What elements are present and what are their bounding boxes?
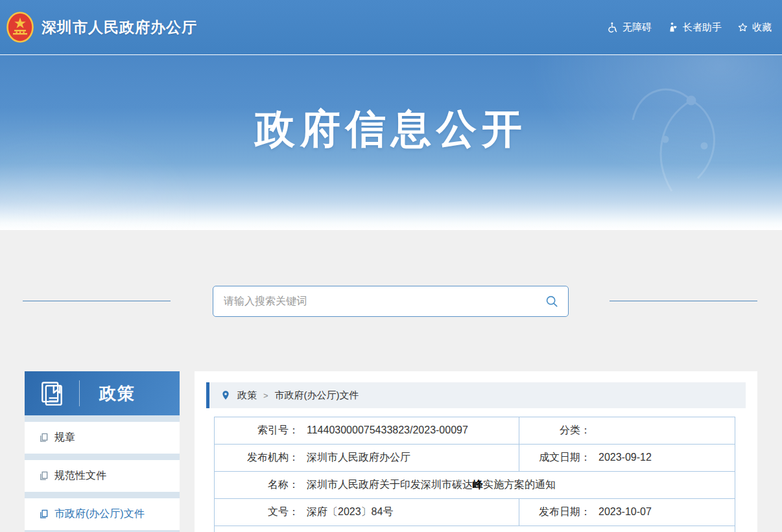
main-panel: 政策 > 市政府(办公厅)文件 索引号：114403000075433823/2… xyxy=(195,371,757,532)
favorite-link[interactable]: 收藏 xyxy=(737,21,772,34)
document-name-prefix: 深圳市人民政府关于印发深圳市碳达 xyxy=(307,479,473,490)
pages-icon xyxy=(39,471,49,481)
banner: 政府信息公开 xyxy=(0,54,782,230)
sidebar-title: 政策 xyxy=(99,382,136,405)
table-row: 名称：深圳市人民政府关于印发深圳市碳达峰实施方案的通知 xyxy=(215,472,735,499)
sidebar-item-regulations[interactable]: 规章 xyxy=(25,422,180,454)
document-info-table: 索引号：114403000075433823/2023-00097 分类： 发布… xyxy=(214,417,735,532)
index-number-cell: 索引号：114403000075433823/2023-00097 xyxy=(215,417,519,445)
next-row-partial xyxy=(215,526,735,532)
pages-icon xyxy=(39,509,49,519)
national-emblem-logo xyxy=(6,12,34,43)
document-number-label: 文号： xyxy=(215,505,299,519)
issuing-agency-label: 发布机构： xyxy=(215,451,299,465)
star-icon xyxy=(737,22,748,33)
sidebar-item-municipal-documents[interactable]: 市政府(办公厅)文件 xyxy=(25,498,180,530)
breadcrumb-separator: > xyxy=(263,391,268,400)
document-name-suffix: 实施方案的通知 xyxy=(483,479,556,490)
breadcrumb-item-current[interactable]: 市政府(办公厅)文件 xyxy=(275,389,359,402)
elder-person-icon xyxy=(667,21,679,33)
page-title: 政府信息公开 xyxy=(0,102,782,156)
table-row: 发布机构：深圳市人民政府办公厅 成文日期：2023-09-12 xyxy=(215,445,735,472)
document-name-cell: 名称：深圳市人民政府关于印发深圳市碳达峰实施方案的通知 xyxy=(215,472,735,499)
accessibility-label: 无障碍 xyxy=(622,21,652,34)
document-name-highlight: 峰 xyxy=(473,479,483,490)
issuing-agency-cell: 发布机构：深圳市人民政府办公厅 xyxy=(215,445,519,472)
wheelchair-icon xyxy=(607,21,619,33)
breadcrumb: 政策 > 市政府(办公厅)文件 xyxy=(206,382,746,408)
book-icon xyxy=(38,379,66,408)
document-name-label: 名称： xyxy=(215,478,299,492)
search-box xyxy=(213,286,569,317)
sidebar-item-normative-documents[interactable]: 规范性文件 xyxy=(25,460,180,492)
date-written-label: 成文日期： xyxy=(519,451,591,465)
sidebar-item-label: 市政府(办公厅)文件 xyxy=(54,507,145,521)
category-label: 分类： xyxy=(519,424,591,437)
date-written-cell: 成文日期：2023-09-12 xyxy=(519,445,735,472)
accessibility-link[interactable]: 无障碍 xyxy=(607,21,652,34)
document-number-value: 深府〔2023〕84号 xyxy=(307,506,393,517)
elder-assist-label: 长者助手 xyxy=(683,21,722,34)
sidebar-item-label: 规章 xyxy=(54,431,75,445)
sidebar: 政策 规章 规范性文件 xyxy=(25,371,180,532)
sidebar-item-label: 规范性文件 xyxy=(54,469,106,483)
location-pin-icon xyxy=(220,390,231,400)
index-number-label: 索引号： xyxy=(215,424,299,437)
site-brand[interactable]: 深圳市人民政府办公厅 xyxy=(6,12,197,43)
issuing-agency-value: 深圳市人民政府办公厅 xyxy=(307,452,410,463)
site-title: 深圳市人民政府办公厅 xyxy=(41,17,197,38)
table-row xyxy=(215,526,735,532)
table-row: 索引号：114403000075433823/2023-00097 分类： xyxy=(215,417,735,445)
content-area: 政策 规章 规范性文件 xyxy=(0,230,782,532)
sidebar-items: 规章 规范性文件 市政府(办公厅)文件 xyxy=(25,415,180,532)
date-published-label: 发布日期： xyxy=(519,505,591,519)
search-input[interactable] xyxy=(224,295,545,307)
search-icon[interactable] xyxy=(545,294,559,308)
top-header-bar: 深圳市人民政府办公厅 无障碍 长者助手 收藏 xyxy=(0,0,782,54)
table-row: 文号：深府〔2023〕84号 发布日期：2023-10-07 xyxy=(215,499,735,526)
document-name-value: 深圳市人民政府关于印发深圳市碳达峰实施方案的通知 xyxy=(307,479,556,490)
decorative-line-left xyxy=(23,301,171,301)
decorative-line-right xyxy=(610,301,757,301)
document-number-cell: 文号：深府〔2023〕84号 xyxy=(215,499,519,526)
index-number-value: 114403000075433823/2023-00097 xyxy=(307,424,468,435)
pages-icon xyxy=(39,433,49,443)
top-utility-links: 无障碍 长者助手 收藏 xyxy=(607,21,772,34)
date-published-value: 2023-10-07 xyxy=(598,506,652,517)
sidebar-header-divider xyxy=(79,380,80,406)
sidebar-header: 政策 xyxy=(25,371,180,415)
date-published-cell: 发布日期：2023-10-07 xyxy=(519,499,735,526)
favorite-label: 收藏 xyxy=(752,21,772,34)
category-cell: 分类： xyxy=(519,417,735,445)
breadcrumb-item-policy[interactable]: 政策 xyxy=(237,389,257,402)
date-written-value: 2023-09-12 xyxy=(598,452,652,463)
elder-assist-link[interactable]: 长者助手 xyxy=(667,21,722,34)
